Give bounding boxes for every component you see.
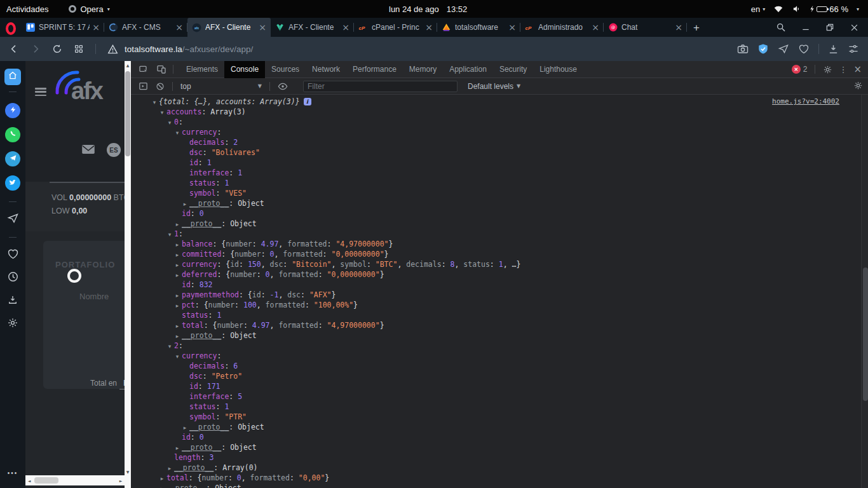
browser-tab[interactable]: cPAdministrado× [520,18,604,37]
expand-arrow-icon[interactable]: ▸ [158,473,166,484]
whatsapp-button[interactable] [5,127,20,142]
live-expression-eye-icon[interactable] [278,82,288,91]
reload-icon[interactable] [52,44,62,54]
back-icon[interactable] [9,44,19,54]
site-info-warning-icon[interactable] [107,44,118,54]
restore-icon[interactable] [825,23,834,32]
collapse-arrow-icon[interactable]: ▾ [165,229,174,240]
devtools-tab-console[interactable]: Console [224,61,265,78]
devtools-tab-elements[interactable]: Elements [180,61,224,78]
expand-arrow-icon[interactable]: ▸ [173,301,182,311]
sidebar-menu-dots-icon[interactable]: ••• [8,470,18,477]
tab-close-icon[interactable]: × [342,22,349,32]
inspect-element-icon[interactable] [139,64,149,74]
console-filter-input[interactable] [303,81,458,92]
collapse-arrow-icon[interactable]: ▾ [173,128,182,138]
log-levels-dropdown[interactable]: Default levels ▼ [468,82,520,91]
expand-arrow-icon[interactable]: ▸ [165,463,174,473]
bookmark-heart-icon[interactable] [798,44,810,54]
messenger-button[interactable] [5,103,20,118]
browser-tab[interactable]: SPRINT 5: 17 A× [21,18,104,37]
activities-button[interactable]: Actividades [6,4,48,14]
browser-tab[interactable]: AFX - CMS× [104,18,187,37]
history-button[interactable] [7,271,19,285]
scroll-up-icon[interactable]: ▲ [125,61,131,69]
tab-close-icon[interactable]: × [175,22,183,32]
speed-dial-icon[interactable] [74,44,84,54]
expand-arrow-icon[interactable]: ▸ [173,270,182,280]
browser-tab[interactable]: totalsoftware× [437,18,520,37]
expand-arrow-icon[interactable]: ▸ [158,484,166,488]
easy-setup-tune-icon[interactable] [848,44,859,54]
mail-icon[interactable] [81,144,95,154]
expand-arrow-icon[interactable]: ▸ [173,290,182,301]
menu-hamburger-icon[interactable] [35,88,46,96]
tab-close-icon[interactable]: × [425,22,433,32]
expand-arrow-icon[interactable]: ▸ [173,443,182,453]
minimize-icon[interactable] [801,23,810,32]
twitter-button[interactable] [5,175,20,191]
info-icon[interactable]: i [304,98,311,105]
language-badge[interactable]: ES [107,143,121,157]
devtools-tab-lighthouse[interactable]: Lighthouse [533,61,583,78]
scrollbar-thumb[interactable] [125,71,130,156]
expand-arrow-icon[interactable]: ▸ [180,423,189,433]
console-sidebar-toggle-icon[interactable] [139,81,148,91]
new-tab-button[interactable]: + [693,22,700,34]
source-location-link[interactable]: home.js?v=2:4002 [772,97,839,107]
collapse-arrow-icon[interactable]: ▾ [165,118,174,128]
devtools-tab-memory[interactable]: Memory [403,61,443,78]
devtools-tab-application[interactable]: Application [443,61,493,78]
page-vertical-scrollbar[interactable]: ▲ ▼ [125,61,131,475]
tab-close-icon[interactable]: × [259,22,266,32]
close-devtools-icon[interactable]: × [853,64,862,75]
scroll-right-icon[interactable]: ► [117,475,125,485]
expand-arrow-icon[interactable]: ▸ [173,260,182,270]
clock[interactable]: lun 24 de ago 13:52 [389,0,467,18]
device-toolbar-icon[interactable] [156,64,166,74]
browser-tab[interactable]: @Chat× [604,18,687,37]
tab-close-icon[interactable]: × [92,22,100,32]
collapse-arrow-icon[interactable]: ▾ [173,351,182,362]
expand-arrow-icon[interactable]: ▸ [180,199,189,209]
forward-icon[interactable] [31,44,41,54]
opera-logo-icon[interactable] [6,22,16,35]
browser-tab[interactable]: cPcPanel - Princ× [354,18,437,37]
page-horizontal-scrollbar[interactable]: ◄ ► [25,475,125,485]
url-field[interactable]: totalsoftware.la/~afxuser/dev/app/ [125,44,253,54]
tab-close-icon[interactable]: × [508,22,516,32]
browser-tab[interactable]: afxAFX - Cliente× [187,18,271,37]
search-icon[interactable] [776,22,786,32]
downloads-button[interactable] [7,294,18,308]
settings-button[interactable] [7,317,18,331]
scroll-left-icon[interactable]: ◄ [25,475,33,485]
collapse-arrow-icon[interactable]: ▾ [158,107,166,118]
my-flow-button[interactable] [7,213,19,226]
system-tray[interactable]: en▾ 66 % ▾ [751,0,859,18]
expand-arrow-icon[interactable]: ▸ [173,219,182,229]
close-icon[interactable] [850,23,859,32]
telegram-button[interactable] [5,151,20,166]
devtools-tab-performance[interactable]: Performance [346,61,403,78]
app-menu[interactable]: Opera ▾ [69,4,109,14]
bookmarks-heart-button[interactable] [7,248,19,262]
keyboard-layout[interactable]: en▾ [751,4,765,14]
browser-tab[interactable]: AFX - Cliente× [271,18,354,37]
expand-arrow-icon[interactable]: ▸ [173,331,182,341]
my-flow-icon[interactable] [778,44,789,54]
speed-dial-button[interactable] [4,69,21,85]
console-settings-gear-icon[interactable] [853,81,863,92]
devtools-tab-network[interactable]: Network [306,61,346,78]
expand-arrow-icon[interactable]: ▸ [173,250,182,260]
expand-arrow-icon[interactable]: ▸ [173,321,182,331]
console-scrollbar[interactable] [861,95,868,488]
scrollbar-thumb[interactable] [34,477,58,484]
tab-close-icon[interactable]: × [592,22,599,32]
scrollbar-thumb[interactable] [863,268,868,401]
collapse-arrow-icon[interactable]: ▾ [150,97,159,107]
devtools-tab-sources[interactable]: Sources [265,61,306,78]
context-selector[interactable]: top ▼ [180,82,262,91]
collapse-arrow-icon[interactable]: ▾ [165,341,174,351]
error-count-badge[interactable]: ✕ 2 [792,65,808,74]
settings-gear-icon[interactable] [823,65,832,74]
